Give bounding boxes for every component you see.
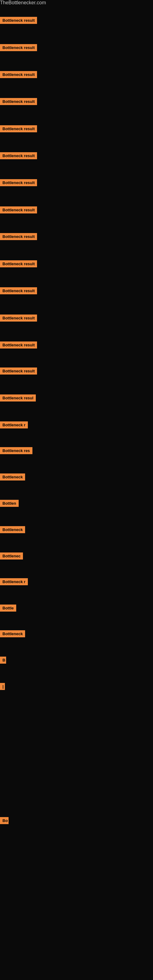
bottleneck-result-item[interactable]: Bottlen <box>0 500 19 508</box>
bottleneck-badge: Bottleneck result <box>0 368 37 375</box>
bottleneck-badge: Bottleneck result <box>0 233 37 240</box>
bottleneck-result-item[interactable]: Bottleneck result <box>0 44 37 52</box>
bottleneck-badge: Bottleneck r <box>0 422 28 428</box>
bottleneck-result-item[interactable]: Bottleneck result <box>0 179 37 188</box>
bottleneck-badge: Bottleneck result <box>0 17 37 24</box>
bottleneck-badge: Bottleneck result <box>0 179 37 186</box>
bottleneck-result-item[interactable]: Bottleneck <box>0 630 25 638</box>
bottleneck-badge: Bottleneck result <box>0 287 37 294</box>
bottleneck-result-item[interactable]: Bottleneck result <box>0 98 37 106</box>
bottleneck-result-item[interactable]: Bottleneck result <box>0 342 37 350</box>
bottleneck-badge: Bottleneck r <box>0 578 28 585</box>
bottleneck-badge: Bottleneck resul <box>0 395 36 401</box>
bottleneck-badge: Bottleneck result <box>0 260 37 267</box>
bottleneck-result-item[interactable]: Bottleneck result <box>0 287 37 296</box>
bottleneck-badge: Bottleneck <box>0 526 25 533</box>
bottleneck-result-item[interactable]: B <box>0 657 6 665</box>
bottleneck-badge: Bottleneck <box>0 630 25 637</box>
bottleneck-result-item[interactable]: Bottleneck res <box>0 447 32 455</box>
bottleneck-badge: Bottleneck result <box>0 207 37 213</box>
bottleneck-result-item[interactable]: Bottleneck result <box>0 207 37 215</box>
bottleneck-result-item[interactable]: Bottleneck result <box>0 233 37 241</box>
bottleneck-badge: Bottleneck result <box>0 315 37 321</box>
bottleneck-result-item[interactable]: Bottleneck result <box>0 17 37 25</box>
bottleneck-result-item[interactable]: Bottleneck result <box>0 71 37 79</box>
bottleneck-result-item[interactable]: Bottleneck r <box>0 422 28 430</box>
bottleneck-badge: | <box>0 683 5 690</box>
bottleneck-badge: Bottleneck result <box>0 98 37 105</box>
bottleneck-badge: Bottle <box>0 605 16 612</box>
bottleneck-result-item[interactable]: Bottleneck result <box>0 315 37 323</box>
bottleneck-badge: Bottlenec <box>0 552 23 560</box>
bottleneck-result-item[interactable]: Bottleneck r <box>0 578 28 587</box>
bottleneck-result-item[interactable]: Bottleneck <box>0 474 25 482</box>
bottleneck-badge: B <box>0 657 6 663</box>
bottleneck-result-item[interactable]: Bottlenec <box>0 552 23 561</box>
bottleneck-result-item[interactable]: Bottleneck result <box>0 260 37 269</box>
bottleneck-badge: Bottleneck result <box>0 152 37 159</box>
bottleneck-badge: Bottleneck <box>0 474 25 480</box>
bottleneck-badge: Bottleneck result <box>0 342 37 348</box>
bottleneck-result-item[interactable]: | <box>0 683 5 691</box>
site-title: TheBottlenecker.com <box>0 0 153 5</box>
bottleneck-badge: Bottleneck result <box>0 44 37 51</box>
bottleneck-result-item[interactable]: Bottleneck result <box>0 368 37 376</box>
bottleneck-result-item[interactable]: Bottle <box>0 605 16 613</box>
bottleneck-result-item[interactable]: Bottleneck resul <box>0 395 36 403</box>
bottleneck-result-item[interactable]: Bottleneck result <box>0 125 37 134</box>
bottleneck-result-item[interactable]: Bo <box>0 817 9 825</box>
bottleneck-badge: Bottlen <box>0 500 19 507</box>
bottleneck-result-item[interactable]: Bottleneck result <box>0 152 37 161</box>
bottleneck-badge: Bottleneck res <box>0 447 32 454</box>
bottleneck-badge: Bo <box>0 817 9 824</box>
bottleneck-result-item[interactable]: Bottleneck <box>0 526 25 535</box>
bottleneck-badge: Bottleneck result <box>0 71 37 78</box>
bottleneck-badge: Bottleneck result <box>0 125 37 132</box>
